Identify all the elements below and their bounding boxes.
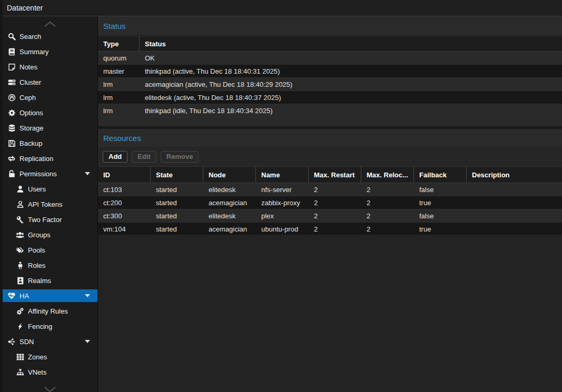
sidebar-item-label: Backup — [19, 139, 42, 147]
status-cell: lrm — [98, 78, 140, 91]
sidebar-item-storage[interactable]: Storage — [3, 122, 97, 134]
user-icon — [16, 185, 24, 193]
status-cell: quorum — [98, 52, 140, 64]
resources-row-ct-200[interactable]: ct:200startedacemagicianzabbix-proxy22tr… — [98, 196, 562, 209]
resources-table-body: ct:103startedelitedesknfs-server22falsec… — [98, 183, 562, 236]
sidebar-item-label: Realms — [28, 277, 51, 285]
search-icon — [7, 32, 16, 41]
status-row-lrm[interactable]: lrmthinkpad (idle, Thu Dec 18 18:40:34 2… — [98, 104, 562, 117]
sidebar-item-label: Affinity Rules — [28, 307, 68, 315]
sidebar-item-label: HA — [19, 292, 29, 300]
sidebar-item-search[interactable]: Search — [3, 30, 97, 43]
chevron-down-icon[interactable] — [85, 172, 90, 175]
resources-row-ct-103[interactable]: ct:103startedelitedesknfs-server22false — [98, 183, 562, 196]
chevron-down-icon[interactable] — [85, 340, 90, 343]
sidebar-item-label: Replication — [19, 155, 53, 163]
sidebar-item-users[interactable]: Users — [3, 183, 97, 195]
resources-cell — [467, 209, 562, 222]
resources-panel-title: Resources — [98, 129, 562, 147]
chevron-down-icon[interactable] — [85, 294, 90, 297]
sidebar-scroll-up[interactable] — [3, 16, 97, 30]
resources-column-header-name[interactable]: Name — [256, 167, 309, 183]
resources-column-header-description[interactable]: Description — [467, 167, 562, 183]
resources-column-header-id[interactable]: ID — [98, 167, 151, 183]
edit-button[interactable]: Edit — [132, 151, 156, 163]
sidebar-item-sdn[interactable]: SDN — [3, 335, 97, 348]
sidebar-item-notes[interactable]: Notes — [3, 61, 97, 73]
resources-column-header-node[interactable]: Node — [203, 167, 256, 183]
sidebar-item-summary[interactable]: Summary — [3, 45, 97, 58]
resources-cell: started — [151, 196, 203, 209]
resources-cell: ct:300 — [98, 209, 151, 222]
sidebar-item-permissions[interactable]: Permissions — [3, 167, 97, 180]
resources-cell: true — [414, 196, 467, 209]
resources-cell: ubuntu-prod — [256, 223, 309, 235]
heartbeat-icon — [7, 292, 16, 300]
person-icon — [16, 261, 24, 269]
status-row-quorum[interactable]: quorumOK — [98, 52, 562, 65]
sidebar-item-affinity-rules[interactable]: Affinity Rules — [3, 305, 97, 317]
resources-row-vm-104[interactable]: vm:104startedacemagicianubuntu-prod22tru… — [98, 223, 562, 236]
sidebar-item-label: Notes — [19, 63, 37, 71]
vnet-icon — [16, 368, 24, 376]
status-table-empty-space — [98, 117, 562, 126]
sidebar-item-fencing[interactable]: Fencing — [3, 320, 97, 333]
resources-column-header-state[interactable]: State — [151, 167, 203, 183]
sidebar-item-ha[interactable]: HA — [3, 289, 97, 302]
sidebar-item-label: Permissions — [19, 170, 57, 178]
sidebar-item-vnets[interactable]: VNets — [3, 366, 97, 378]
resources-cell: 2 — [361, 209, 414, 222]
floppy-icon — [7, 139, 16, 147]
unlock-icon — [7, 169, 16, 178]
resources-column-header-failback[interactable]: Failback — [414, 167, 467, 183]
status-row-lrm[interactable]: lrmacemagician (active, Thu Dec 18 18:40… — [98, 78, 562, 91]
status-column-header-type[interactable]: Type — [98, 36, 140, 51]
chevron-up-icon — [43, 21, 57, 27]
sidebar-item-options[interactable]: Options — [3, 106, 97, 119]
resources-cell: zabbix-proxy — [256, 196, 309, 209]
resources-cell: started — [151, 183, 203, 196]
sidebar: SearchSummaryNotesClusterCephOptionsStor… — [0, 16, 98, 392]
th-grid-icon — [16, 353, 24, 361]
resources-cell: acemagician — [203, 223, 256, 235]
remove-button[interactable]: Remove — [161, 151, 199, 163]
resources-cell — [467, 196, 562, 209]
status-cell: thinkpad (active, Thu Dec 18 18:40:31 20… — [140, 65, 562, 77]
status-column-header-status[interactable]: Status — [140, 36, 562, 51]
sidebar-item-replication[interactable]: Replication — [3, 152, 97, 165]
resources-cell: ct:200 — [98, 196, 151, 209]
resources-cell: acemagician — [203, 196, 256, 209]
sidebar-scroll-down[interactable] — [3, 386, 97, 392]
status-row-lrm[interactable]: lrmelitedesk (active, Thu Dec 18 18:40:3… — [98, 91, 562, 104]
resources-cell: true — [414, 223, 467, 235]
sidebar-item-api-tokens[interactable]: API Tokens — [3, 198, 97, 210]
sidebar-item-two-factor[interactable]: Two Factor — [3, 213, 97, 226]
resources-column-header-max-reloc[interactable]: Max. Reloc... — [361, 167, 414, 183]
sidebar-item-label: Search — [19, 33, 41, 41]
sidebar-item-label: VNets — [28, 368, 46, 376]
resources-cell — [467, 223, 562, 235]
sidebar-item-ceph[interactable]: Ceph — [3, 91, 97, 104]
resources-column-header-max-restart[interactable]: Max. Restart — [309, 167, 361, 183]
resources-cell: ct:103 — [98, 183, 151, 196]
resources-cell: 2 — [361, 196, 414, 209]
add-button[interactable]: Add — [103, 151, 127, 163]
sidebar-item-pools[interactable]: Pools — [3, 244, 97, 256]
sidebar-item-zones[interactable]: Zones — [3, 350, 97, 363]
resources-row-ct-300[interactable]: ct:300startedelitedeskplex22false — [98, 209, 562, 223]
sidebar-item-roles[interactable]: Roles — [3, 259, 97, 272]
sidebar-item-groups[interactable]: Groups — [3, 228, 97, 241]
user-outline-icon — [16, 200, 24, 208]
sidebar-item-label: SDN — [19, 338, 34, 346]
server-icon — [7, 78, 16, 86]
sidebar-item-cluster[interactable]: Cluster — [3, 76, 97, 88]
resources-cell: 2 — [309, 223, 361, 235]
status-row-master[interactable]: masterthinkpad (active, Thu Dec 18 18:40… — [98, 65, 562, 78]
cogs-icon — [16, 307, 24, 315]
resources-panel-title-text: Resources — [103, 134, 141, 143]
sidebar-item-realms[interactable]: Realms — [3, 274, 97, 287]
sidebar-item-backup[interactable]: Backup — [3, 137, 97, 149]
resources-cell: started — [151, 209, 203, 222]
status-cell: master — [98, 65, 140, 77]
key-icon — [16, 215, 24, 224]
